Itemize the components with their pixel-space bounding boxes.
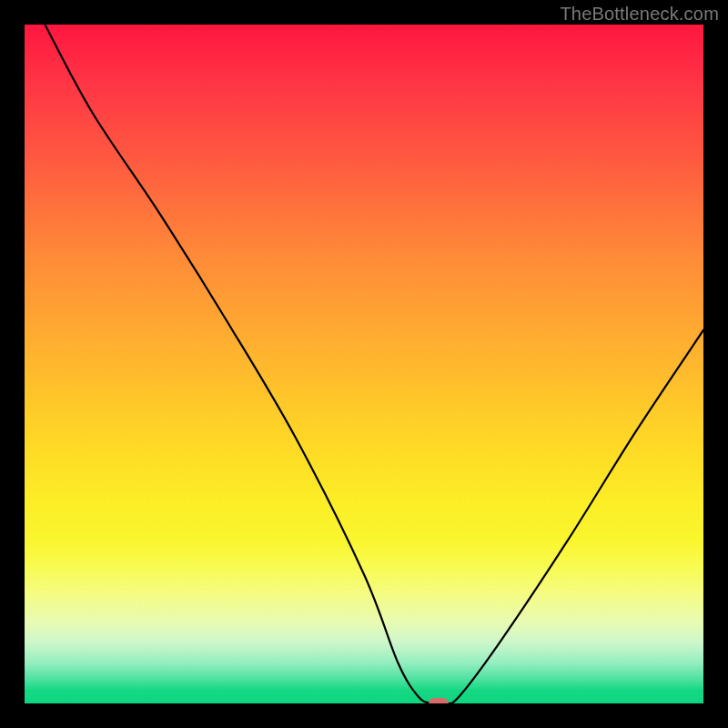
plot-area <box>25 25 703 703</box>
optimal-marker <box>429 698 449 703</box>
watermark-text: TheBottleneck.com <box>560 4 719 25</box>
bottleneck-curve <box>25 25 703 703</box>
chart-frame: TheBottleneck.com <box>0 0 728 728</box>
